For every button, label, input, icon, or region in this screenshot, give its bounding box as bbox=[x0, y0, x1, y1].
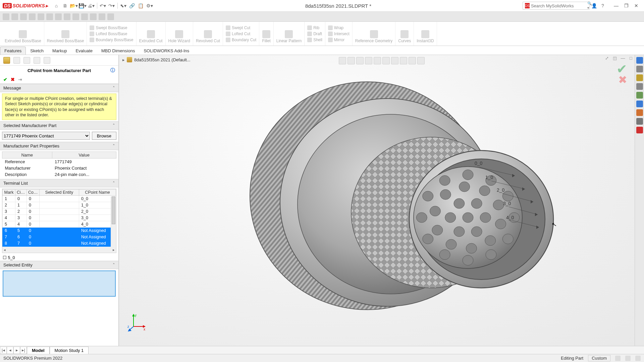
section-message-head[interactable]: Message˄ bbox=[0, 84, 118, 92]
shell-button[interactable]: Shell bbox=[307, 37, 322, 43]
qa-icon[interactable] bbox=[64, 13, 70, 20]
save-icon[interactable]: 💾▾ bbox=[78, 1, 87, 10]
instant3d-button[interactable]: Instant3D bbox=[417, 24, 434, 43]
bottom-tab-motion[interactable]: Motion Study 1 bbox=[50, 347, 89, 354]
extruded-cut-button[interactable]: Extruded Cut bbox=[139, 24, 163, 43]
terminal-row[interactable]: 760Not Assigned bbox=[3, 234, 116, 240]
tab-evaluate[interactable]: Evaluate bbox=[71, 47, 97, 55]
manufacturer-part-select[interactable]: 1771749 Phoenix Contact bbox=[2, 132, 90, 140]
terminal-scrollbar[interactable] bbox=[111, 196, 116, 247]
swept-cut-button[interactable]: Swept Cut bbox=[226, 25, 250, 31]
qa-icon[interactable] bbox=[107, 13, 114, 20]
curves-button[interactable]: Curves bbox=[398, 24, 411, 43]
view-orientation-icon[interactable] bbox=[374, 57, 381, 64]
intersect-button[interactable]: Intersect bbox=[328, 31, 350, 37]
status-icon[interactable] bbox=[615, 356, 621, 361]
tab-sketch[interactable]: Sketch bbox=[26, 47, 48, 55]
revolved-cut-button[interactable]: Revolved Cut bbox=[196, 24, 220, 43]
apply-scene-icon[interactable] bbox=[409, 57, 416, 64]
taskpane-resources-icon[interactable] bbox=[636, 66, 643, 72]
help-icon[interactable]: ? bbox=[598, 1, 607, 10]
rib-button[interactable]: Rib bbox=[307, 25, 319, 31]
new-icon[interactable]: 🗎 bbox=[61, 1, 69, 10]
section-terminal-head[interactable]: Terminal List˄ bbox=[0, 179, 118, 187]
display-style-icon[interactable] bbox=[382, 57, 390, 64]
tab-features[interactable]: Features bbox=[0, 47, 26, 55]
ok-button[interactable]: ✔ bbox=[3, 77, 7, 82]
tab-prev-icon[interactable]: ◂ bbox=[7, 347, 13, 354]
display-manager-tab-icon[interactable] bbox=[44, 57, 50, 64]
qa-icon[interactable] bbox=[90, 13, 97, 20]
taskpane-custom-props-icon[interactable] bbox=[636, 109, 643, 116]
3d-viewport[interactable]: ▸ 8da515f35sn 2021 (Default... ⤢ ◫ — □ ✕… bbox=[119, 55, 644, 346]
print-icon[interactable]: 🖨▾ bbox=[87, 1, 96, 10]
taskpane-appearances-icon[interactable] bbox=[636, 101, 643, 107]
status-icon[interactable] bbox=[635, 356, 641, 361]
section-properties-head[interactable]: Manufacturer Part Properties˄ bbox=[0, 142, 118, 150]
taskpane-forum-icon[interactable] bbox=[636, 118, 643, 125]
wrap-button[interactable]: Wrap bbox=[328, 25, 343, 31]
col-con[interactable]: Con… bbox=[27, 189, 40, 196]
qa-icon[interactable] bbox=[81, 13, 88, 20]
revolved-boss-button[interactable]: Revolved Boss/Base bbox=[47, 24, 84, 43]
tab-last-icon[interactable]: ▸| bbox=[20, 347, 27, 354]
tab-mbd[interactable]: MBD Dimensions bbox=[97, 47, 139, 55]
search-input[interactable] bbox=[531, 3, 587, 8]
breadcrumb[interactable]: ▸ 8da515f35sn 2021 (Default... bbox=[122, 57, 191, 62]
redo-icon[interactable]: ↷▾ bbox=[107, 1, 116, 10]
view-settings-icon[interactable] bbox=[417, 57, 425, 64]
qa-icon[interactable] bbox=[72, 13, 79, 20]
cancel-button[interactable]: ✖ bbox=[11, 77, 15, 82]
tab-first-icon[interactable]: |◂ bbox=[0, 347, 7, 354]
configuration-tab-icon[interactable] bbox=[23, 57, 30, 64]
minimize-button[interactable]: — bbox=[611, 3, 621, 8]
taskpane-home-icon[interactable] bbox=[636, 57, 643, 64]
dimxpert-tab-icon[interactable] bbox=[34, 57, 40, 64]
rebuild-icon[interactable]: 🔗 bbox=[128, 1, 137, 10]
confirm-corner-cancel-icon[interactable]: ✖ bbox=[618, 73, 627, 86]
section-view-icon[interactable] bbox=[365, 57, 372, 64]
settings-icon[interactable]: ⚙▾ bbox=[145, 1, 154, 10]
zoom-area-icon[interactable] bbox=[347, 57, 355, 64]
zoom-fit-icon[interactable] bbox=[339, 57, 346, 64]
undo-icon[interactable]: ↶▾ bbox=[99, 1, 107, 10]
terminal-row[interactable]: 3202_0 bbox=[3, 208, 116, 215]
col-mark[interactable]: Mark bbox=[3, 189, 15, 196]
status-icon[interactable] bbox=[625, 356, 631, 361]
terminal-table[interactable]: Mark Cir… Con… Selected Entity CPoint Na… bbox=[2, 189, 116, 247]
col-entity[interactable]: Selected Entity bbox=[40, 189, 79, 196]
edit-appearance-icon[interactable] bbox=[400, 57, 407, 64]
hole-wizard-button[interactable]: Hole Wizard bbox=[168, 24, 190, 43]
mirror-button[interactable]: Mirror bbox=[328, 37, 344, 43]
boundary-boss-button[interactable]: Boundary Boss/Base bbox=[90, 37, 133, 43]
bottom-tab-model[interactable]: Model bbox=[27, 347, 50, 354]
taskpane-design-library-icon[interactable] bbox=[636, 74, 643, 81]
property-manager-tab-icon[interactable] bbox=[13, 57, 20, 64]
taskpane-sw-icon[interactable] bbox=[636, 127, 643, 133]
vp-max-icon[interactable]: □ bbox=[628, 56, 634, 62]
extruded-boss-button[interactable]: Extruded Boss/Base bbox=[5, 24, 41, 43]
linear-pattern-button[interactable]: Linear Pattern bbox=[276, 24, 302, 43]
draft-button[interactable]: Draft bbox=[307, 31, 322, 37]
open-icon[interactable]: 📂▾ bbox=[69, 1, 78, 10]
select-icon[interactable]: ⬉▾ bbox=[119, 1, 128, 10]
pin-button[interactable]: ⇥ bbox=[18, 77, 22, 82]
browse-button[interactable]: Browse bbox=[92, 132, 116, 140]
tab-addins[interactable]: SOLIDWORKS Add-Ins bbox=[139, 47, 194, 55]
col-cpoint[interactable]: CPoint Name bbox=[79, 189, 116, 196]
section-entity-head[interactable]: Selected Entity˄ bbox=[0, 261, 118, 269]
options-icon[interactable]: 📋 bbox=[137, 1, 145, 10]
terminal-row[interactable]: 4303_0 bbox=[3, 215, 116, 221]
swept-boss-button[interactable]: Swept Boss/Base bbox=[90, 25, 127, 31]
panel-help-icon[interactable]: ⓘ bbox=[110, 67, 115, 73]
qa-icon[interactable] bbox=[38, 13, 44, 20]
reference-geometry-button[interactable]: Reference Geometry bbox=[355, 24, 392, 43]
qa-icon[interactable] bbox=[20, 13, 27, 20]
lofted-cut-button[interactable]: Lofted Cut bbox=[226, 31, 250, 37]
fillet-button[interactable]: Fillet bbox=[262, 24, 270, 43]
terminal-hscroll[interactable]: ◂▸ bbox=[2, 247, 116, 253]
tab-next-icon[interactable]: ▸ bbox=[13, 347, 20, 354]
vp-expand-icon[interactable]: ⤢ bbox=[604, 56, 610, 62]
qa-icon[interactable] bbox=[46, 13, 53, 20]
qa-icon[interactable] bbox=[29, 13, 36, 20]
